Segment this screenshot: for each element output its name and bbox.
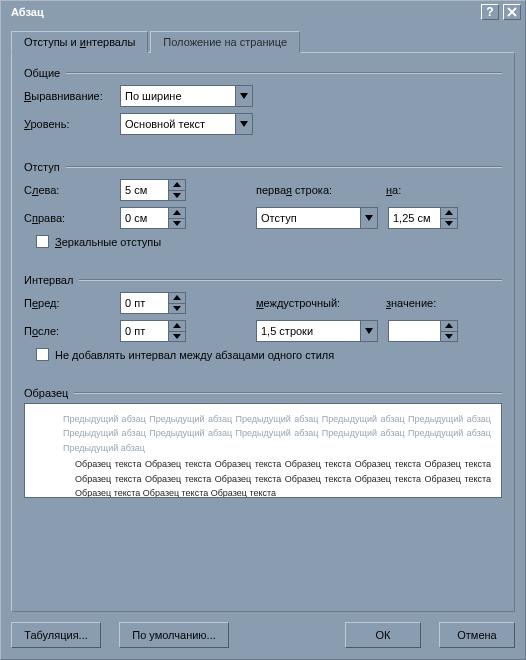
spin-up-icon[interactable] bbox=[441, 208, 457, 219]
spin-up-icon[interactable] bbox=[169, 293, 185, 304]
tab-strip: Отступы и интервалы Положение на страниц… bbox=[11, 31, 515, 53]
checkbox-box bbox=[36, 235, 49, 248]
checkbox-box bbox=[36, 348, 49, 361]
spin-up-icon[interactable] bbox=[169, 208, 185, 219]
help-button[interactable]: ? bbox=[481, 4, 499, 20]
title-bar: Абзац ? bbox=[0, 0, 526, 22]
spin-up-icon[interactable] bbox=[169, 180, 185, 191]
right-indent-label: Справа: bbox=[24, 212, 120, 224]
right-indent-value: 0 см bbox=[120, 207, 168, 229]
spin-down-icon[interactable] bbox=[169, 304, 185, 314]
default-button[interactable]: По умолчанию... bbox=[119, 622, 229, 648]
alignment-value: По ширине bbox=[120, 85, 235, 107]
chevron-down-icon[interactable] bbox=[360, 207, 378, 229]
chevron-down-icon[interactable] bbox=[360, 320, 378, 342]
special-by-label: на: bbox=[386, 184, 420, 196]
left-indent-label: Слева: bbox=[24, 184, 120, 196]
special-indent-value: Отступ bbox=[256, 207, 360, 229]
line-spacing-at-value bbox=[388, 320, 440, 342]
chevron-down-icon[interactable] bbox=[235, 113, 253, 135]
spin-down-icon[interactable] bbox=[169, 332, 185, 342]
spin-down-icon[interactable] bbox=[441, 332, 457, 342]
outline-level-value: Основной текст bbox=[120, 113, 235, 135]
alignment-combo[interactable]: По ширине bbox=[120, 85, 253, 107]
outline-level-label: Уровень: bbox=[24, 118, 120, 130]
cancel-button[interactable]: Отмена bbox=[439, 622, 515, 648]
space-after-value: 0 пт bbox=[120, 320, 168, 342]
spin-up-icon[interactable] bbox=[169, 321, 185, 332]
left-indent-spinner[interactable]: 5 см bbox=[120, 179, 186, 201]
left-indent-value: 5 см bbox=[120, 179, 168, 201]
special-indent-label: первая строка: bbox=[256, 184, 386, 196]
outline-level-combo[interactable]: Основной текст bbox=[120, 113, 253, 135]
space-before-value: 0 пт bbox=[120, 292, 168, 314]
special-by-spinner[interactable]: 1,25 см bbox=[388, 207, 458, 229]
space-before-spinner[interactable]: 0 пт bbox=[120, 292, 186, 314]
close-icon bbox=[507, 7, 517, 17]
tab-panel: Общие Выравнивание: По ширине Уровень: О… bbox=[11, 52, 515, 612]
spin-down-icon[interactable] bbox=[169, 219, 185, 229]
right-indent-spinner[interactable]: 0 см bbox=[120, 207, 186, 229]
group-indentation: Отступ bbox=[24, 161, 502, 173]
line-spacing-combo[interactable]: 1,5 строки bbox=[256, 320, 378, 342]
special-indent-combo[interactable]: Отступ bbox=[256, 207, 378, 229]
mirror-indents-checkbox[interactable]: Зеркальные отступы bbox=[36, 235, 161, 248]
line-spacing-value: 1,5 строки bbox=[256, 320, 360, 342]
group-general: Общие bbox=[24, 67, 502, 79]
special-by-value: 1,25 см bbox=[388, 207, 440, 229]
tabs-button[interactable]: Табуляция... bbox=[11, 622, 101, 648]
spin-down-icon[interactable] bbox=[169, 191, 185, 201]
space-before-label: Перед: bbox=[24, 297, 120, 309]
close-button[interactable] bbox=[503, 4, 521, 20]
preview-sample-text: Образец текста Образец текста Образец те… bbox=[35, 457, 491, 498]
line-spacing-at-label: значение: bbox=[386, 297, 436, 309]
alignment-label: Выравнивание: bbox=[24, 90, 120, 102]
preview-box: Предыдущий абзац Предыдущий абзац Предыд… bbox=[24, 403, 502, 498]
no-space-same-style-label: Не добавлять интервал между абзацами одн… bbox=[55, 349, 334, 361]
window-title: Абзац bbox=[11, 6, 477, 18]
group-preview: Образец bbox=[24, 387, 502, 399]
tab-line-and-page-breaks[interactable]: Положение на странице bbox=[150, 31, 300, 53]
mirror-indents-label: Зеркальные отступы bbox=[55, 236, 161, 248]
group-spacing: Интервал bbox=[24, 274, 502, 286]
spin-up-icon[interactable] bbox=[441, 321, 457, 332]
chevron-down-icon[interactable] bbox=[235, 85, 253, 107]
tab-indents-and-spacing[interactable]: Отступы и интервалы bbox=[11, 31, 148, 53]
space-after-label: После: bbox=[24, 325, 120, 337]
no-space-same-style-checkbox[interactable]: Не добавлять интервал между абзацами одн… bbox=[36, 348, 334, 361]
ok-button[interactable]: ОК bbox=[345, 622, 421, 648]
dialog-body: Отступы и интервалы Положение на страниц… bbox=[0, 22, 526, 660]
spin-down-icon[interactable] bbox=[441, 219, 457, 229]
line-spacing-at-spinner[interactable] bbox=[388, 320, 458, 342]
preview-prev-paragraphs: Предыдущий абзац Предыдущий абзац Предыд… bbox=[35, 412, 491, 455]
line-spacing-label: междустрочный: bbox=[256, 297, 386, 309]
dialog-button-row: Табуляция... По умолчанию... ОК Отмена bbox=[11, 622, 515, 648]
space-after-spinner[interactable]: 0 пт bbox=[120, 320, 186, 342]
